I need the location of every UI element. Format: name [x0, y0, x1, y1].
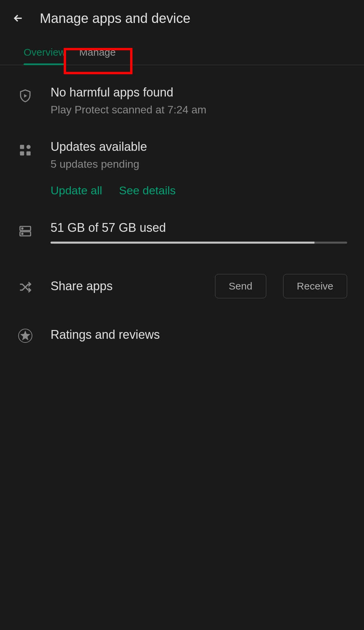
protect-subtitle: Play Protect scanned at 7:24 am	[51, 104, 347, 116]
ratings-item[interactable]: Ratings and reviews	[17, 325, 347, 344]
ratings-label: Ratings and reviews	[51, 328, 160, 342]
star-circle-icon	[17, 327, 34, 344]
storage-text: 51 GB of 57 GB used	[51, 221, 347, 235]
update-all-button[interactable]: Update all	[51, 184, 102, 197]
shuffle-icon	[17, 279, 34, 296]
svg-rect-3	[27, 152, 31, 156]
page-title: Manage apps and device	[40, 11, 190, 26]
receive-button[interactable]: Receive	[283, 274, 347, 298]
share-apps-label: Share apps	[51, 279, 198, 293]
tab-bar: Overview Manage	[0, 40, 364, 65]
svg-point-7	[22, 233, 23, 235]
updates-subtitle: 5 updates pending	[51, 158, 347, 170]
see-details-button[interactable]: See details	[119, 184, 176, 197]
send-button[interactable]: Send	[215, 274, 266, 298]
tab-manage[interactable]: Manage	[72, 40, 122, 65]
updates-title: Updates available	[51, 140, 347, 154]
storage-icon	[17, 223, 34, 240]
shield-play-icon	[17, 87, 34, 104]
back-icon[interactable]	[10, 10, 26, 26]
storage-item[interactable]: 51 GB of 57 GB used	[17, 221, 347, 244]
share-apps-item: Share apps Send Receive	[17, 274, 347, 298]
svg-rect-0	[20, 145, 24, 149]
storage-progress-fill	[51, 242, 314, 244]
svg-point-6	[22, 228, 23, 229]
storage-progress-bar	[51, 242, 347, 244]
play-protect-item[interactable]: No harmful apps found Play Protect scann…	[17, 85, 347, 116]
tab-overview[interactable]: Overview	[17, 40, 72, 65]
apps-grid-icon	[17, 142, 34, 159]
protect-title: No harmful apps found	[51, 85, 347, 100]
updates-item: Updates available 5 updates pending Upda…	[17, 140, 347, 197]
svg-rect-2	[20, 152, 24, 156]
svg-point-1	[27, 145, 31, 149]
